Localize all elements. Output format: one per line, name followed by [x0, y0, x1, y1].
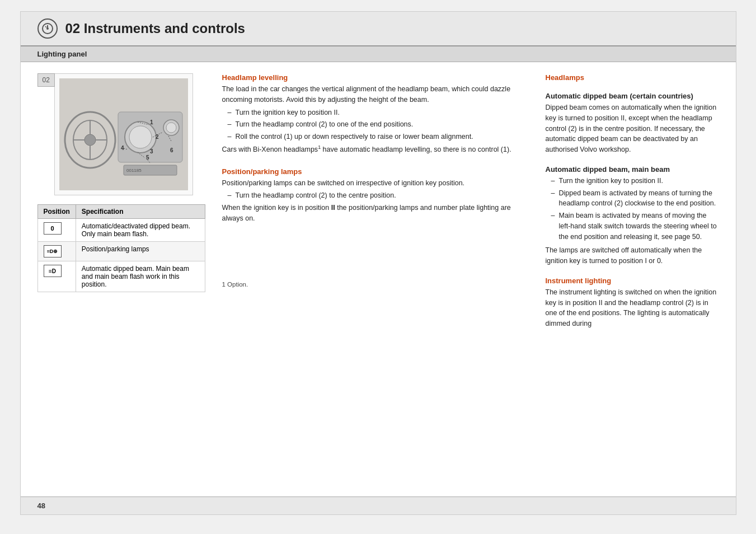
main-content: 02: [21, 62, 736, 496]
auto-dipped-title: Automatic dipped beam (certain countries…: [546, 92, 719, 100]
spec-cell-1: Position/parking lamps: [76, 242, 205, 261]
bullet-item: Turn the headlamp control (2) to one of …: [228, 119, 529, 130]
table-row: ≡D Automatic dipped beam. Main beam and …: [37, 261, 205, 292]
position-cell-1: ≡D⊕: [37, 242, 76, 261]
lighting-panel-diagram: 1 2 3 4 5 6 001185: [59, 78, 188, 190]
headlamp-levelling-section: Headlamp levelling The load in the car c…: [222, 73, 529, 157]
left-column: 02: [37, 73, 205, 485]
parking-lamps-section: Position/parking lamps Position/parking …: [222, 167, 529, 226]
chapter-badge-area: 02: [37, 73, 205, 195]
headlamps-main-title: Headlamps: [546, 73, 719, 82]
position-cell-0: 0: [37, 219, 76, 242]
svg-text:6: 6: [170, 147, 173, 153]
page-header: 02 Instruments and controls: [21, 12, 736, 46]
parking-lamps-bold: II: [331, 204, 335, 212]
page-footer: 48: [21, 496, 736, 514]
svg-text:4: 4: [121, 145, 124, 151]
spec-cell-2: Automatic dipped beam. Main beam and mai…: [76, 261, 205, 292]
svg-line-3: [45, 26, 46, 27]
svg-text:1: 1: [150, 119, 153, 125]
instrument-lighting-title: Instrument lighting: [546, 277, 719, 285]
auto-dipped-body: Dipped beam comes on automatically when …: [546, 102, 719, 155]
auto-main-footer-text: The lamps are switched off automatically…: [546, 245, 719, 266]
auto-main-section: Automatic dipped beam, main beam Turn th…: [546, 165, 719, 269]
instrument-lighting-section: Instrument lighting The instrument light…: [546, 277, 719, 331]
table-header-specification: Specification: [76, 205, 205, 219]
position-cell-2: ≡D: [37, 261, 76, 292]
svg-point-14: [129, 126, 152, 148]
svg-point-2: [46, 27, 49, 30]
auto-main-bullets: Turn the ignition key to position II. Di…: [546, 176, 719, 242]
right-column: Headlamps Automatic dipped beam (certain…: [546, 73, 719, 485]
parking-lamps-body1: Position/parking lamps can be switched o…: [222, 178, 529, 189]
bullet-item: Turn the headlamp control (2) to the cen…: [228, 190, 529, 201]
table-row: 0 Automatic/deactivated dipped beam. Onl…: [37, 219, 205, 242]
bullet-item: Main beam is activated by means of movin…: [551, 210, 719, 242]
page-number: 48: [37, 502, 45, 510]
spec-cell-0: Automatic/deactivated dipped beam. Only …: [76, 219, 205, 242]
parking-lamps-body2: When the ignition key is in position II …: [222, 203, 529, 224]
parking-lamps-bullets: Turn the headlamp control (2) to the cen…: [222, 190, 529, 201]
position-icon-0: 0: [44, 222, 62, 235]
svg-text:001185: 001185: [126, 168, 142, 173]
panel-svg: 1 2 3 4 5 6 001185: [59, 78, 188, 190]
diagram-container: 1 2 3 4 5 6 001185: [54, 73, 193, 195]
svg-point-19: [166, 123, 176, 133]
middle-column: Headlamp levelling The load in the car c…: [222, 73, 529, 485]
svg-point-7: [84, 134, 96, 146]
position-icon-2: ≡D: [44, 265, 62, 277]
headlamp-levelling-title: Headlamp levelling: [222, 73, 529, 82]
instrument-lighting-body: The instrument lighting is switched on w…: [546, 287, 719, 329]
headlamp-bi-xenon-text: Cars with Bi-Xenon headlamps1 have autom…: [222, 144, 529, 155]
bullet-item: Turn the ignition key to position II.: [551, 176, 719, 186]
svg-text:3: 3: [150, 148, 153, 154]
footnote-text: 1 Option.: [222, 281, 529, 288]
table-header-position: Position: [37, 205, 76, 219]
position-spec-table: Position Specification 0 Automatic/deact…: [37, 204, 205, 292]
bullet-item: Turn the ignition key to position II.: [228, 107, 529, 118]
chapter-number-badge: 02: [37, 73, 55, 87]
chapter-title: 02 Instruments and controls: [65, 21, 245, 36]
section-title: Lighting panel: [37, 50, 87, 58]
bullet-item: Dipped beam is activated by means of tur…: [551, 188, 719, 209]
auto-dipped-section: Automatic dipped beam (certain countries…: [546, 92, 719, 157]
headlamp-levelling-body: The load in the car changes the vertical…: [222, 84, 529, 105]
parking-lamps-title: Position/parking lamps: [222, 167, 529, 176]
headlamp-levelling-bullets: Turn the ignition key to position II. Tu…: [222, 107, 529, 142]
svg-text:5: 5: [146, 154, 149, 161]
section-bar: Lighting panel: [21, 46, 736, 62]
position-icon-1: ≡D⊕: [44, 245, 62, 257]
bullet-item: Roll the control (1) up or down respecti…: [228, 132, 529, 142]
chapter-icon: [37, 18, 58, 39]
instrument-icon: [41, 22, 54, 35]
table-row: ≡D⊕ Position/parking lamps: [37, 242, 205, 261]
auto-main-title: Automatic dipped beam, main beam: [546, 165, 719, 174]
